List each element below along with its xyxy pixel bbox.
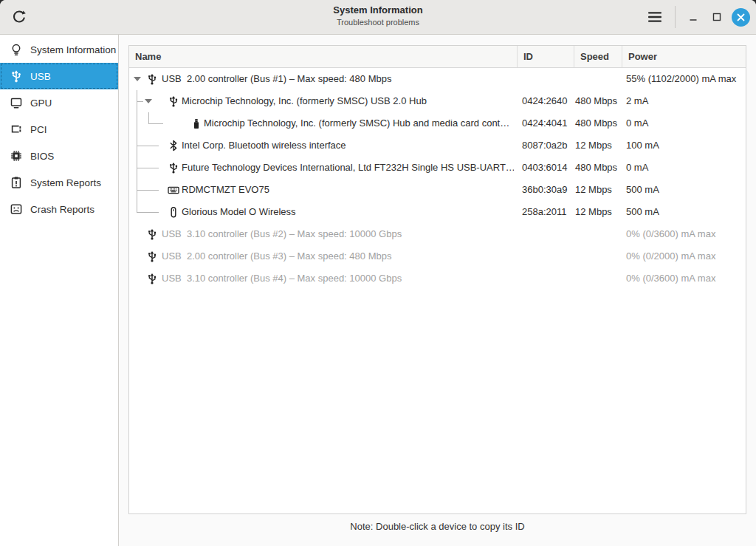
device-speed: 12 Mbps	[575, 206, 612, 218]
usb-icon	[168, 95, 179, 107]
sidebar-item-gpu[interactable]: GPU	[0, 89, 118, 116]
table-row[interactable]: Intel Corp. Bluetooth wireless interface…	[129, 134, 746, 157]
device-speed: 12 Mbps	[575, 184, 612, 196]
refresh-button[interactable]	[10, 7, 29, 27]
window-controls	[644, 0, 750, 34]
sidebar-item-label: USB	[30, 71, 51, 82]
pci-card-icon	[9, 122, 24, 137]
device-speed: 480 Mbps	[575, 162, 617, 174]
titlebar-separator	[675, 6, 676, 28]
titlebar: System Information Troubleshoot problems	[0, 0, 756, 35]
usb-icon	[168, 162, 179, 174]
sidebar-item-system-reports[interactable]: System Reports	[0, 169, 118, 196]
sidebar-item-label: Crash Reports	[30, 204, 94, 215]
window-subtitle: Troubleshoot problems	[0, 17, 756, 27]
column-header-power[interactable]: Power	[622, 46, 746, 67]
device-power: 100 mA	[626, 140, 659, 151]
device-speed: 480 Mbps	[575, 117, 617, 129]
device-id: 258a:2011	[522, 206, 567, 218]
table-row[interactable]: Glorious Model O Wireless 258a:2011 12 M…	[129, 201, 746, 223]
device-name: USB 2.00 controller (Bus #3) – Max speed…	[162, 250, 514, 262]
main-content: Name ID Speed Power USB 2.00 controller …	[119, 35, 756, 546]
maximize-button[interactable]	[708, 8, 726, 26]
device-name: Future Technology Devices International,…	[182, 162, 514, 174]
device-power: 2 mA	[626, 95, 648, 107]
keyboard-icon	[168, 184, 179, 196]
monitor-icon	[9, 95, 24, 110]
device-id: 36b0:30a9	[522, 184, 567, 196]
table-row[interactable]: Microchip Technology, Inc. (formerly SMS…	[129, 90, 746, 112]
table-row[interactable]: USB 3.10 controller (Bus #4) – Max speed…	[129, 267, 746, 290]
hamburger-menu-button[interactable]	[644, 6, 666, 28]
table-row[interactable]: Microchip Technology, Inc. (formerly SMS…	[129, 112, 746, 134]
device-id: 0424:4041	[522, 117, 567, 129]
table-header: Name ID Speed Power	[129, 46, 746, 68]
usb-icon	[146, 228, 158, 240]
table-row[interactable]: RDMCTMZT EVO75 36b0:30a9 12 Mbps 500 mA	[129, 179, 746, 201]
column-header-name[interactable]: Name	[129, 46, 517, 67]
device-power: 0% (0/3600) mA max	[626, 273, 715, 284]
device-power: 0 mA	[626, 162, 648, 174]
device-name: Microchip Technology, Inc. (formerly SMS…	[204, 117, 514, 129]
device-name: Intel Corp. Bluetooth wireless interface	[182, 140, 514, 151]
app-window: System Information Troubleshoot problems	[0, 0, 756, 546]
sidebar-item-usb[interactable]: USB	[0, 63, 118, 89]
lightbulb-icon	[9, 42, 24, 57]
sidebar-item-label: System Information	[30, 44, 116, 55]
bluetooth-icon	[168, 140, 179, 151]
table-row[interactable]: USB 2.00 controller (Bus #1) – Max speed…	[129, 68, 746, 90]
column-header-speed[interactable]: Speed	[574, 46, 622, 67]
sidebar-item-label: GPU	[30, 98, 52, 109]
sidebar-item-label: System Reports	[30, 177, 101, 188]
app-body: System Information USB GPU PCI BIOS Syst…	[0, 35, 756, 546]
close-button[interactable]	[732, 8, 750, 27]
device-power: 500 mA	[626, 184, 659, 196]
sidebar-item-bios[interactable]: BIOS	[0, 143, 118, 169]
expander-down-icon[interactable]	[134, 77, 141, 81]
mouse-icon	[168, 206, 179, 218]
footer-note: Note: Double-click a device to copy its …	[119, 521, 756, 532]
column-header-id[interactable]: ID	[517, 46, 574, 67]
device-name: USB 2.00 controller (Bus #1) – Max speed…	[162, 73, 514, 85]
device-speed: 480 Mbps	[575, 95, 617, 107]
table-row[interactable]: USB 3.10 controller (Bus #2) – Max speed…	[129, 223, 746, 245]
device-name: Microchip Technology, Inc. (formerly SMS…	[182, 95, 514, 107]
sidebar-item-label: PCI	[30, 124, 47, 135]
device-id: 8087:0a2b	[522, 140, 567, 151]
sidebar-item-system-information[interactable]: System Information	[0, 36, 118, 63]
device-id: 0424:2640	[522, 95, 567, 107]
flash-drive-icon	[190, 117, 202, 129]
minimize-button[interactable]	[684, 8, 702, 26]
titlebar-title-block: System Information Troubleshoot problems	[0, 4, 756, 27]
sidebar: System Information USB GPU PCI BIOS Syst…	[0, 35, 119, 546]
usb-device-table: Name ID Speed Power USB 2.00 controller …	[128, 45, 746, 514]
window-title: System Information	[0, 4, 756, 17]
device-power: 500 mA	[626, 206, 659, 218]
device-speed: 12 Mbps	[575, 140, 612, 151]
sidebar-item-crash-reports[interactable]: Crash Reports	[0, 196, 118, 222]
table-row[interactable]: Future Technology Devices International,…	[129, 157, 746, 179]
clipboard-icon	[9, 175, 24, 190]
usb-icon	[146, 250, 158, 262]
crash-face-icon	[9, 202, 24, 216]
expander-down-icon[interactable]	[145, 99, 152, 103]
usb-icon	[146, 273, 158, 284]
sidebar-item-pci[interactable]: PCI	[0, 116, 118, 143]
sidebar-item-label: BIOS	[30, 151, 54, 162]
chip-icon	[9, 149, 24, 163]
device-name: RDMCTMZT EVO75	[182, 184, 514, 196]
device-name: USB 3.10 controller (Bus #2) – Max speed…	[162, 228, 514, 240]
usb-icon	[146, 73, 158, 85]
device-power: 55% (1102/2000) mA max	[626, 73, 736, 85]
device-power: 0% (0/2000) mA max	[626, 250, 715, 262]
device-id: 0403:6014	[522, 162, 567, 174]
device-name: Glorious Model O Wireless	[182, 206, 514, 218]
device-name: USB 3.10 controller (Bus #4) – Max speed…	[162, 273, 514, 284]
device-power: 0 mA	[626, 117, 648, 129]
usb-icon	[9, 69, 24, 83]
table-row[interactable]: USB 2.00 controller (Bus #3) – Max speed…	[129, 245, 746, 267]
device-power: 0% (0/3600) mA max	[626, 228, 715, 240]
